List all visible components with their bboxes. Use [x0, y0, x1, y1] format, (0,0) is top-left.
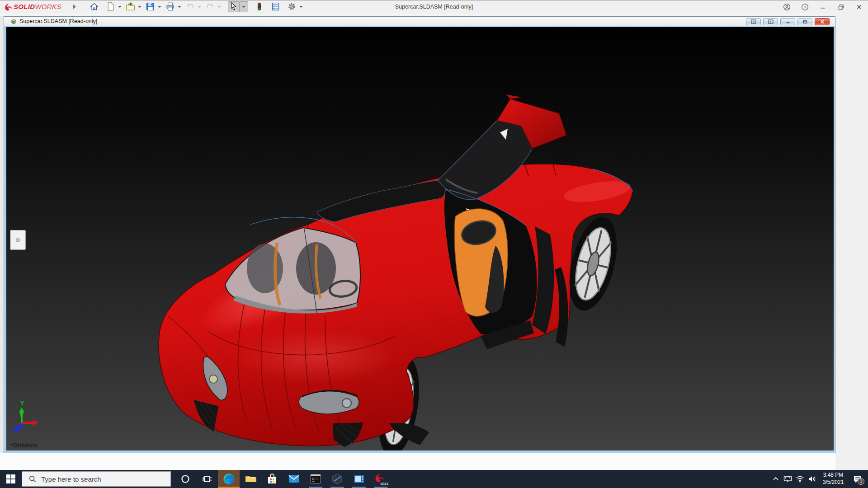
- tray-volume-icon[interactable]: [806, 470, 818, 488]
- toolbar-gap: [0, 13, 868, 16]
- save-icon: [146, 2, 155, 11]
- print-icon: [165, 2, 175, 11]
- account-icon: [783, 3, 791, 11]
- car-3d-model: Y X: [6, 27, 834, 450]
- taskbar-app-solidworks[interactable]: 2021: [370, 470, 392, 488]
- cortana-icon: [180, 474, 190, 484]
- minimize-button[interactable]: [814, 0, 832, 13]
- pane-right-icon: [768, 19, 774, 24]
- search-input[interactable]: [41, 475, 154, 483]
- open-caret[interactable]: [138, 6, 142, 8]
- file-properties-button[interactable]: [270, 1, 282, 12]
- right-gutter: [835, 13, 868, 470]
- terminal-label: C:\: [312, 477, 318, 481]
- taskbar-app-media-player[interactable]: [348, 470, 370, 488]
- minimize-icon: [819, 3, 827, 11]
- taskbar-app-terminal[interactable]: C:\: [305, 470, 326, 488]
- doc-close-icon: [820, 19, 825, 24]
- status-strip: [0, 453, 835, 470]
- new-document-caret[interactable]: [118, 6, 122, 8]
- restore-icon: [837, 3, 845, 11]
- app-window-controls: ?: [778, 0, 868, 13]
- taskbar-search[interactable]: [22, 471, 171, 487]
- package-viewer-icon: [331, 473, 343, 485]
- new-document-button[interactable]: [105, 1, 117, 12]
- feature-manager-collapsed-tab[interactable]: [10, 230, 26, 250]
- undo-button[interactable]: [184, 1, 196, 12]
- action-center-button[interactable]: 1: [848, 470, 867, 488]
- doc-restore-button[interactable]: [797, 18, 812, 25]
- file-properties-icon: [271, 2, 280, 11]
- document-window: Supercar.SLDASM [Read-only]: [4, 16, 835, 453]
- help-button[interactable]: ?: [796, 0, 814, 13]
- quick-toolbar: [89, 0, 306, 13]
- taskbar-app-edge[interactable]: [218, 470, 240, 488]
- document-title: Supercar.SLDASM [Read-only]: [19, 18, 97, 24]
- open-button[interactable]: [125, 1, 137, 12]
- home-button[interactable]: [89, 1, 100, 12]
- task-view-button[interactable]: [196, 470, 218, 488]
- assembly-icon: [10, 18, 18, 25]
- taskbar-app-mail[interactable]: [283, 470, 305, 488]
- taskbar-app-file-explorer[interactable]: [240, 470, 261, 488]
- svg-text:?: ?: [803, 5, 806, 9]
- close-button[interactable]: [850, 0, 868, 13]
- tray-wireless-display-icon[interactable]: [782, 470, 794, 488]
- tray-chevron-up-icon[interactable]: [769, 470, 782, 488]
- edge-icon: [223, 473, 235, 485]
- windows-logo-icon: [6, 474, 16, 484]
- terminal-icon: C:\: [310, 473, 321, 485]
- media-player-icon: [353, 474, 365, 484]
- doc-restore-icon: [802, 19, 808, 24]
- taskbar: C:\ 2021: [0, 470, 868, 488]
- tray-wifi-icon[interactable]: [794, 470, 806, 488]
- options-button[interactable]: [286, 1, 298, 12]
- document-window-controls: [746, 18, 830, 25]
- help-icon: ?: [801, 3, 809, 11]
- options-gear-icon: [287, 2, 297, 11]
- redo-icon: [205, 2, 215, 11]
- start-button[interactable]: [0, 470, 22, 488]
- select-cursor-icon: [229, 2, 238, 11]
- tray-clock[interactable]: 3:48 PM 3/5/2021: [818, 472, 848, 486]
- brand-prefix: SOLID: [14, 3, 35, 10]
- taskbar-app-store[interactable]: [261, 470, 283, 488]
- account-button[interactable]: [778, 0, 796, 13]
- options-caret[interactable]: [299, 6, 303, 8]
- solidworks-logo: SOLIDWORKS: [4, 0, 61, 13]
- doc-pane-left-button[interactable]: [746, 18, 761, 25]
- save-button[interactable]: [145, 1, 156, 12]
- doc-pane-right-button[interactable]: [763, 18, 778, 25]
- doc-minimize-button[interactable]: [780, 18, 795, 25]
- mail-icon: [288, 474, 300, 484]
- menu-expand-arrow[interactable]: [73, 5, 76, 9]
- system-tray: 3:48 PM 3/5/2021 1: [769, 470, 867, 488]
- orientation-triad: Y X: [11, 400, 44, 432]
- close-icon: [855, 3, 863, 11]
- print-button[interactable]: [165, 1, 176, 12]
- select-button[interactable]: [228, 1, 240, 12]
- doc-close-button[interactable]: [815, 18, 830, 25]
- print-caret[interactable]: [178, 6, 181, 8]
- notification-badge: 1: [858, 478, 864, 485]
- taskbar-app-package-viewer[interactable]: [326, 470, 348, 488]
- rebuild-button[interactable]: [254, 1, 265, 12]
- redo-button[interactable]: [204, 1, 216, 12]
- redo-caret[interactable]: [217, 6, 221, 8]
- tray-date: 3/5/2021: [818, 479, 848, 486]
- triad-y-label: Y: [20, 400, 24, 407]
- restore-button[interactable]: [832, 0, 850, 13]
- undo-caret[interactable]: [198, 6, 201, 8]
- file-explorer-icon: [245, 473, 256, 485]
- new-document-icon: [106, 2, 115, 11]
- graphics-viewport[interactable]: Y X *Dimetric: [6, 27, 834, 450]
- select-caret[interactable]: [240, 1, 248, 12]
- document-titlebar[interactable]: Supercar.SLDASM [Read-only]: [4, 17, 835, 26]
- pane-left-icon: [751, 19, 756, 24]
- undo-icon: [185, 2, 195, 11]
- cortana-button[interactable]: [175, 470, 196, 488]
- triad-x-label: X: [40, 421, 44, 426]
- save-caret[interactable]: [158, 6, 161, 8]
- home-icon: [90, 2, 99, 11]
- search-icon: [28, 475, 37, 483]
